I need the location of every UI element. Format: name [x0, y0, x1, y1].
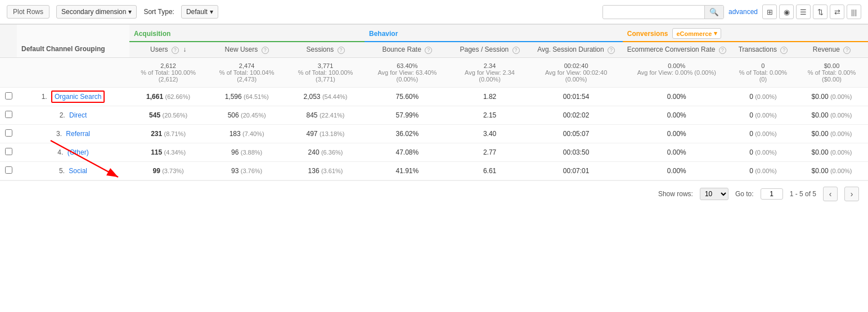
transactions-value: 0: [749, 93, 753, 101]
th-revenue[interactable]: Revenue ?: [795, 42, 868, 57]
bounce-rate-cell: 75.60%: [365, 87, 450, 106]
row-checkbox-cell: [0, 161, 17, 180]
new-users-value: 506: [228, 111, 239, 119]
new-users-value: 1,596: [225, 93, 242, 101]
sort-desc-icon: ↓: [183, 46, 186, 53]
info-icon-new-users: ?: [262, 47, 269, 54]
channel-cell: 2. Direct: [17, 106, 129, 124]
revenue-value: $0.00: [812, 167, 829, 175]
pages-session-cell: 6.61: [450, 161, 530, 180]
search-input[interactable]: [603, 6, 704, 18]
pages-session-cell: 2.15: [450, 106, 530, 124]
transactions-pct: (0.00%): [755, 112, 777, 119]
pages-session-cell: 2.77: [450, 143, 530, 161]
avg-session-value: 00:02:02: [563, 111, 590, 119]
view-icon-bar[interactable]: |||: [847, 4, 861, 19]
bounce-rate-value: 57.99%: [395, 111, 419, 119]
pages-session-value: 3.40: [483, 130, 496, 138]
view-icon-compare[interactable]: ⇅: [813, 4, 827, 19]
row-checkbox[interactable]: [5, 129, 12, 137]
channel-link[interactable]: Social: [69, 167, 87, 175]
new-users-cell: 93 (3.76%): [207, 161, 286, 180]
sessions-pct: (6.36%): [321, 149, 343, 156]
advanced-link[interactable]: advanced: [728, 8, 758, 16]
plot-rows-button[interactable]: Plot Rows: [7, 5, 50, 19]
search-button[interactable]: 🔍: [704, 6, 723, 19]
secondary-dimension-label: Secondary dimension: [61, 8, 126, 16]
th-ecommerce-conversion[interactable]: Ecommerce Conversion Rate ?: [623, 42, 731, 57]
th-transactions[interactable]: Transactions ?: [731, 42, 795, 57]
users-cell: 1,661 (62.66%): [129, 87, 207, 106]
totals-row: 2,612 % of Total: 100.00% (2,612) 2,474 …: [0, 57, 868, 87]
users-value: 545: [149, 111, 160, 119]
totals-label: [17, 57, 129, 87]
transactions-cell: 0 (0.00%): [731, 161, 795, 180]
new-users-value: 96: [231, 148, 239, 156]
new-users-value: 93: [231, 167, 239, 175]
th-new-users[interactable]: New Users ?: [207, 42, 286, 57]
th-users[interactable]: Users ? ↓: [129, 42, 207, 57]
totals-users: 2,612 % of Total: 100.00% (2,612): [129, 57, 207, 87]
th-check-section: [0, 25, 17, 58]
revenue-pct: (0.00%): [830, 130, 852, 137]
row-number: 4.: [57, 148, 63, 156]
ecommerce-dropdown[interactable]: eCommerce ▾: [672, 28, 721, 39]
view-icon-grid[interactable]: ⊞: [762, 4, 777, 19]
view-icon-list[interactable]: ☰: [796, 4, 811, 19]
view-icon-pie[interactable]: ◉: [779, 4, 794, 19]
prev-page-button[interactable]: ‹: [823, 187, 838, 201]
bounce-rate-value: 36.02%: [395, 130, 419, 138]
view-icon-pivot[interactable]: ⇄: [830, 4, 844, 19]
pages-session-value: 6.61: [483, 167, 496, 175]
info-icon-transactions: ?: [780, 47, 788, 54]
table-row: 4. (Other) 115 (4.34%) 96 (3.88%) 240 (6…: [0, 143, 868, 161]
ecommerce-conv-cell: 0.00%: [623, 106, 731, 124]
channel-link[interactable]: Organic Search: [51, 91, 105, 103]
pages-session-value: 1.82: [483, 93, 496, 101]
next-page-button[interactable]: ›: [844, 187, 859, 201]
transactions-pct: (0.00%): [755, 149, 777, 156]
row-checkbox-cell: [0, 124, 17, 143]
bounce-rate-value: 47.08%: [395, 148, 419, 156]
show-rows-select[interactable]: 10 25 50 100: [700, 188, 728, 200]
row-checkbox[interactable]: [5, 166, 12, 174]
users-value: 1,661: [146, 93, 163, 101]
users-pct: (4.34%): [164, 149, 186, 156]
sessions-pct: (13.18%): [320, 130, 345, 137]
ecommerce-conv-value: 0.00%: [667, 148, 686, 156]
secondary-dimension-dropdown[interactable]: Secondary dimension ▾: [56, 5, 137, 19]
ecommerce-conv-value: 0.00%: [667, 111, 686, 119]
channel-link[interactable]: Direct: [69, 111, 87, 119]
sort-type-dropdown[interactable]: Default ▾: [181, 5, 218, 19]
avg-session-cell: 00:01:54: [530, 87, 623, 106]
channel-link[interactable]: (Other): [68, 148, 89, 156]
table-row: 3. Referral 231 (8.71%) 183 (7.40%) 497 …: [0, 124, 868, 143]
sessions-value: 497: [307, 130, 318, 138]
row-checkbox[interactable]: [5, 148, 12, 155]
row-checkbox[interactable]: [5, 111, 12, 118]
goto-input[interactable]: [761, 188, 783, 200]
ecommerce-conv-cell: 0.00%: [623, 87, 731, 106]
users-value: 99: [152, 167, 160, 175]
users-pct: (62.66%): [165, 93, 190, 100]
users-value: 231: [151, 130, 162, 138]
row-checkbox[interactable]: [5, 92, 12, 100]
sessions-pct: (54.44%): [322, 93, 348, 100]
th-bounce-rate[interactable]: Bounce Rate ?: [365, 42, 450, 57]
totals-revenue: $0.00 % of Total: 0.00% ($0.00): [795, 57, 868, 87]
col-headers-row: Users ? ↓ New Users ? Sessions ? Bounce …: [0, 42, 868, 57]
th-sessions[interactable]: Sessions ?: [286, 42, 365, 57]
sort-type-label: Sort Type:: [143, 8, 174, 16]
behavior-header: Behavior: [365, 25, 623, 42]
transactions-value: 0: [749, 130, 753, 138]
users-cell: 545 (20.56%): [129, 106, 207, 124]
new-users-pct: (7.40%): [242, 130, 264, 137]
pagination-info: 1 - 5 of 5: [790, 190, 816, 198]
th-avg-session[interactable]: Avg. Session Duration ?: [530, 42, 623, 57]
table-footer: Show rows: 10 25 50 100 Go to: 1 - 5 of …: [0, 180, 868, 207]
channel-link[interactable]: Referral: [66, 130, 90, 138]
row-number: 5.: [59, 167, 65, 175]
th-pages-session[interactable]: Pages / Session ?: [450, 42, 530, 57]
info-icon-avg-session: ?: [608, 47, 615, 54]
revenue-cell: $0.00 (0.00%): [795, 161, 868, 180]
